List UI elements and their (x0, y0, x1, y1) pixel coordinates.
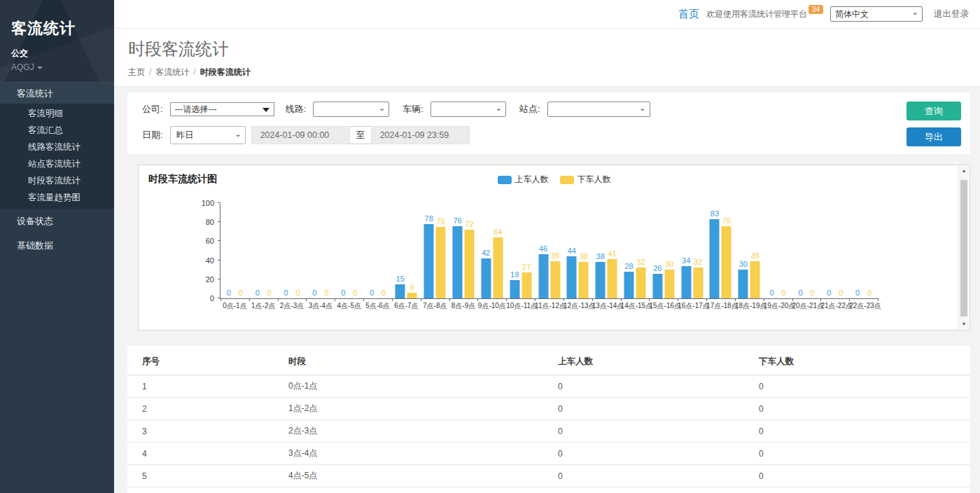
station-select[interactable] (547, 102, 650, 117)
bar[interactable] (538, 254, 548, 298)
sidebar-subitem-4[interactable]: 站点客流统计 (0, 155, 114, 172)
company-select[interactable]: ---请选择--- (170, 102, 274, 116)
bar-value-label: 0 (370, 289, 374, 297)
bar-value-label: 39 (751, 251, 760, 260)
x-axis-category-label: 9点-10点 (477, 301, 506, 311)
y-axis-tick-label: 100 (202, 199, 214, 207)
sidebar-subitem-3[interactable]: 线路客流统计 (0, 139, 114, 155)
app-brand: 客流统计 (11, 18, 114, 39)
bar-value-label: 0 (284, 289, 288, 297)
bar[interactable] (453, 226, 463, 298)
bar[interactable] (636, 268, 646, 298)
bar-value-label: 30 (665, 260, 673, 268)
scrollbar-down-icon[interactable]: ▼ (959, 319, 969, 329)
bar[interactable] (396, 284, 405, 298)
bar[interactable] (738, 270, 748, 298)
bar[interactable] (681, 266, 691, 298)
x-axis-category-label: 2点-3点 (278, 301, 307, 311)
date-to-label: 至 (350, 126, 371, 144)
bar[interactable] (465, 230, 475, 298)
bar-column: 30 (738, 260, 748, 298)
bar[interactable] (710, 219, 720, 298)
bar-column: 0 (379, 289, 388, 298)
bar-group: 283214点-15点 (621, 204, 650, 298)
sidebar-subitem-2[interactable]: 客流汇总 (0, 122, 114, 139)
table-cell: 4 (127, 443, 288, 465)
bar-value-label: 42 (482, 249, 490, 257)
x-axis-category-label: 22点-23点 (849, 301, 878, 311)
table-cell: 0 (759, 375, 970, 398)
bar-value-label: 26 (653, 264, 662, 272)
bar[interactable] (750, 261, 760, 298)
bar-pair: 4639 (538, 244, 560, 298)
bar-pair: 7875 (424, 214, 446, 298)
bar-column: 6 (407, 283, 417, 298)
x-axis-category-label: 3点-4点 (306, 301, 335, 311)
breadcrumb-separator: / (149, 67, 151, 77)
table-cell: 0 (558, 487, 759, 493)
date-preset-select[interactable]: 昨日 (170, 126, 246, 144)
vehicle-select[interactable] (430, 102, 506, 117)
bar[interactable] (481, 258, 491, 298)
date-start-input[interactable] (251, 126, 350, 144)
sidebar-subitem-5[interactable]: 时段客流统计 (0, 172, 114, 189)
bar[interactable] (550, 261, 560, 298)
sidebar-item-2[interactable]: 基础数据 (0, 233, 114, 258)
sidebar-subitem-6[interactable]: 客流量趋势图 (0, 189, 114, 206)
scrollbar-up-icon[interactable]: ▲ (959, 166, 969, 176)
y-axis-tick-label: 0 (210, 294, 214, 303)
table-cell: 5 (127, 465, 288, 487)
sidebar-subitem-1[interactable]: 客流明细 (0, 105, 114, 122)
breadcrumb: 主页/客流统计/时段客流统计 (128, 67, 980, 78)
x-axis-category-label: 12点-13点 (564, 301, 592, 311)
bar[interactable] (579, 262, 589, 298)
user-dropdown[interactable]: AQGJ (11, 62, 114, 72)
bar-column: 64 (493, 228, 503, 298)
notification-badge[interactable]: 34 (808, 5, 823, 14)
language-select[interactable]: 简体中文 (830, 6, 923, 22)
date-end-input[interactable] (371, 126, 470, 144)
bar[interactable] (522, 272, 531, 298)
y-axis-tick (218, 202, 220, 203)
bar-column: 0 (253, 289, 262, 298)
home-link[interactable]: 首页 (678, 8, 699, 21)
legend-label: 下车人数 (578, 174, 611, 186)
table-cell: 1点-2点 (288, 398, 558, 420)
bar[interactable] (436, 227, 446, 298)
bar[interactable] (596, 262, 606, 298)
legend-item[interactable]: 上车人数 (498, 174, 549, 186)
breadcrumb-passenger-stats[interactable]: 客流统计 (155, 67, 189, 77)
bar[interactable] (624, 272, 634, 298)
bar[interactable] (510, 280, 519, 298)
sidebar-logo-area: 客流统计 公交 AQGJ (0, 0, 114, 82)
bar-group: 1566点-7点 (392, 204, 421, 298)
chart-scrollbar[interactable]: ▲ ▼ (958, 166, 969, 329)
bar[interactable] (567, 256, 577, 298)
query-button[interactable]: 查询 (906, 102, 961, 120)
line-select[interactable] (313, 102, 389, 117)
scrollbar-thumb[interactable] (960, 180, 967, 317)
bar-column: 0 (795, 289, 805, 298)
bar-column: 39 (750, 251, 760, 298)
breadcrumb-home[interactable]: 主页 (128, 67, 145, 77)
bar[interactable] (608, 259, 617, 298)
sidebar-section-passenger-stats[interactable]: 客流统计 (0, 82, 114, 104)
bar[interactable] (664, 270, 674, 298)
bar-pair: 4264 (481, 228, 503, 298)
legend-item[interactable]: 下车人数 (560, 174, 611, 186)
x-axis-category-label: 15点-16点 (649, 301, 678, 311)
export-button[interactable]: 导出 (906, 127, 961, 146)
date-preset-wrap: 昨日 ⌄ (170, 126, 246, 144)
bar[interactable] (652, 274, 662, 298)
table-header-4: 下车人数 (759, 347, 970, 375)
bar[interactable] (722, 226, 732, 298)
bar[interactable] (407, 293, 417, 298)
company-label: 公司: (142, 103, 163, 116)
logout-link[interactable]: 退出登录 (934, 8, 969, 20)
bar[interactable] (693, 268, 703, 298)
table-cell: 4点-5点 (288, 465, 558, 487)
bar[interactable] (424, 224, 434, 298)
sidebar-item-1[interactable]: 设备状态 (0, 209, 114, 233)
table-cell: 0 (558, 443, 759, 465)
bar[interactable] (493, 237, 503, 298)
